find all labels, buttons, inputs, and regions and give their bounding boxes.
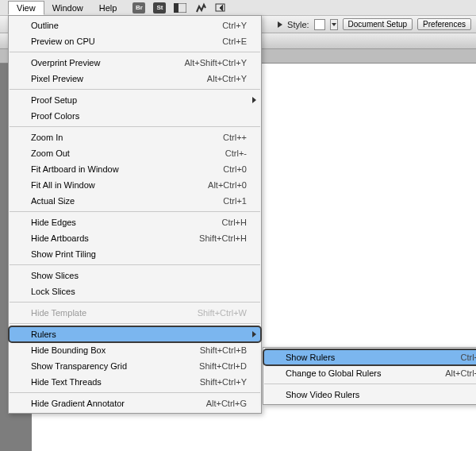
menu-hide-text-threads[interactable]: Hide Text ThreadsShift+Ctrl+Y — [9, 374, 261, 390]
menu-fit-all[interactable]: Fit All in WindowAlt+Ctrl+0 — [9, 177, 261, 193]
svg-rect-1 — [174, 3, 178, 13]
bridge-icon[interactable]: Br — [132, 2, 145, 13]
menu-proof-setup[interactable]: Proof Setup — [9, 92, 261, 108]
view-menu: OutlineCtrl+Y Preview on CPUCtrl+E Overp… — [8, 15, 262, 414]
menu-actual-size[interactable]: Actual SizeCtrl+1 — [9, 193, 261, 209]
menu-lock-slices[interactable]: Lock Slices — [9, 283, 261, 299]
menu-overprint-preview[interactable]: Overprint PreviewAlt+Shift+Ctrl+Y — [9, 55, 261, 71]
menu-hide-template: Hide TemplateShift+Ctrl+W — [9, 305, 261, 321]
menu-pixel-preview[interactable]: Pixel PreviewAlt+Ctrl+Y — [9, 71, 261, 87]
style-swatch[interactable] — [314, 19, 325, 30]
chevron-right-icon — [252, 331, 256, 337]
menu-preview-cpu[interactable]: Preview on CPUCtrl+E — [9, 33, 261, 49]
submenu-change-global-rulers[interactable]: Change to Global RulersAlt+Ctrl+R — [263, 365, 476, 381]
toolbar-icons: Br St — [132, 2, 228, 13]
gpu-icon[interactable] — [194, 2, 207, 13]
rulers-submenu: Show RulersCtrl+R Change to Global Ruler… — [263, 347, 476, 405]
style-dropdown[interactable] — [330, 19, 338, 30]
menu-zoom-out[interactable]: Zoom OutCtrl+- — [9, 145, 261, 161]
menu-hide-edges[interactable]: Hide EdgesCtrl+H — [9, 214, 261, 230]
preferences-button[interactable]: Preferences — [417, 18, 471, 30]
style-label: Style: — [287, 20, 309, 29]
menu-hide-bounding-box[interactable]: Hide Bounding BoxShift+Ctrl+B — [9, 342, 261, 358]
menu-zoom-in[interactable]: Zoom InCtrl++ — [9, 129, 261, 145]
menu-view[interactable]: View — [8, 1, 44, 15]
menu-fit-artboard[interactable]: Fit Artboard in WindowCtrl+0 — [9, 161, 261, 177]
menu-show-slices[interactable]: Show Slices — [9, 268, 261, 283]
play-icon[interactable] — [278, 21, 282, 28]
chevron-right-icon — [252, 97, 256, 103]
menubar: View Window Help Br St — [0, 0, 476, 16]
menu-hide-gradient-annotator[interactable]: Hide Gradient AnnotatorAlt+Ctrl+G — [9, 395, 261, 411]
menu-help[interactable]: Help — [91, 2, 125, 14]
search-icon[interactable] — [215, 2, 228, 13]
menu-hide-artboards[interactable]: Hide ArtboardsShift+Ctrl+H — [9, 230, 261, 246]
document-setup-button[interactable]: Document Setup — [343, 18, 413, 30]
menu-outline[interactable]: OutlineCtrl+Y — [9, 17, 261, 33]
menu-rulers[interactable]: Rulers — [9, 326, 261, 342]
submenu-show-rulers[interactable]: Show RulersCtrl+R — [263, 349, 476, 365]
menu-window[interactable]: Window — [44, 2, 91, 14]
submenu-show-video-rulers[interactable]: Show Video Rulers — [263, 387, 476, 403]
menu-proof-colors[interactable]: Proof Colors — [9, 108, 261, 124]
menu-show-transparency-grid[interactable]: Show Transparency GridShift+Ctrl+D — [9, 358, 261, 374]
arrange-icon[interactable] — [174, 2, 186, 13]
stock-icon[interactable]: St — [153, 2, 166, 13]
menu-show-print-tiling[interactable]: Show Print Tiling — [9, 246, 261, 262]
